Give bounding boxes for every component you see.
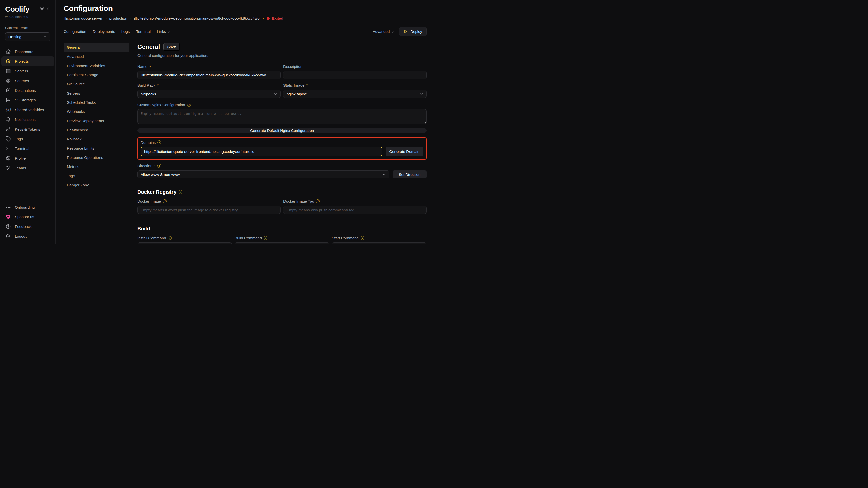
generate-nginx-button[interactable]: Generate Default Nginx Configuration — [137, 128, 427, 133]
sidebar-item-label: Shared Variables — [15, 107, 44, 112]
users-icon — [5, 165, 11, 170]
subnav-item-persistent-storage[interactable]: Persistent Storage — [64, 70, 129, 79]
docker-image-tag-label: Docker Image Tag — [283, 199, 314, 203]
sidebar-item-dashboard[interactable]: Dashboard — [1, 47, 54, 56]
sidebar-item-label: Terminal — [15, 147, 29, 151]
subnav-item-metrics[interactable]: Metrics — [64, 162, 129, 171]
sidebar-item-onboarding[interactable]: Onboarding — [1, 202, 54, 212]
sidebar-item-label: Sponsor us — [15, 215, 34, 219]
subnav-item-rollback[interactable]: Rollback — [64, 134, 129, 143]
tab-configuration[interactable]: Configuration — [64, 29, 86, 34]
subnav-item-resource-limits[interactable]: Resource Limits — [64, 143, 129, 153]
advanced-toggle[interactable]: Advanced — [373, 29, 395, 34]
info-icon: i — [316, 199, 320, 203]
sidebar: Coolify v4.0.0-beta.399 Current Team Hos… — [0, 0, 56, 244]
sidebar-item-label: Tags — [15, 137, 23, 141]
breadcrumb-project[interactable]: illicitonion quote server — [64, 16, 102, 21]
subnav-item-healthcheck[interactable]: Healthcheck — [64, 125, 129, 134]
description-input[interactable] — [283, 71, 427, 79]
info-icon: i — [187, 103, 191, 106]
static-image-select[interactable]: nginx:alpine — [283, 90, 427, 98]
sidebar-item-teams[interactable]: Teams — [1, 163, 54, 173]
install-command-input[interactable] — [137, 242, 232, 244]
sidebar-item-feedback[interactable]: Feedback — [1, 222, 54, 231]
subnav-item-tags[interactable]: Tags — [64, 171, 129, 180]
app-logo: Coolify — [5, 5, 29, 13]
subnav-item-advanced[interactable]: Advanced — [64, 52, 129, 61]
chevrons-up-down-icon — [167, 30, 170, 33]
tab-bar: Configuration Deployments Logs Terminal … — [64, 27, 427, 36]
tab-links[interactable]: Links — [157, 29, 170, 34]
required-asterisk: * — [149, 64, 151, 69]
chevron-right-icon: › — [130, 16, 131, 20]
info-icon: i — [157, 164, 161, 168]
breadcrumb-environment[interactable]: production — [110, 16, 127, 21]
team-select-value: Hosting — [8, 35, 22, 39]
build-pack-select[interactable]: Nixpacks — [137, 90, 281, 98]
docker-image-label: Docker Image — [137, 199, 161, 203]
subnav-item-scheduled-tasks[interactable]: Scheduled Tasks — [64, 98, 129, 107]
deploy-button[interactable]: Deploy — [399, 27, 427, 36]
section-title-general: General — [137, 43, 160, 51]
sidebar-item-terminal[interactable]: Terminal — [1, 143, 54, 153]
section-title-docker-registry: Docker Registry — [137, 189, 176, 195]
sidebar-item-s3-storages[interactable]: S3 Storages — [1, 95, 54, 105]
sidebar-nav: Dashboard Projects Servers Sources Desti… — [0, 47, 55, 173]
subnav-item-environment-variables[interactable]: Environment Variables — [64, 61, 129, 70]
sidebar-item-label: Destinations — [15, 88, 36, 93]
info-icon: i — [264, 236, 268, 240]
status-label: Exited — [272, 16, 283, 21]
subnav-item-servers[interactable]: Servers — [64, 89, 129, 98]
subnav-item-git-source[interactable]: Git Source — [64, 79, 129, 89]
tab-terminal[interactable]: Terminal — [136, 29, 151, 34]
nginx-config-label: Custom Nginx Configuration — [137, 102, 185, 107]
checklist-icon — [5, 204, 11, 210]
sidebar-item-keys-tokens[interactable]: Keys & Tokens — [1, 124, 54, 134]
name-input[interactable] — [137, 71, 281, 79]
sidebar-item-label: Sources — [15, 78, 29, 83]
sidebar-item-notifications[interactable]: Notifications — [1, 115, 54, 124]
logout-icon — [5, 233, 11, 239]
section-title-build: Build — [137, 226, 150, 232]
map-icon — [5, 88, 11, 93]
subnav-item-preview-deployments[interactable]: Preview Deployments — [64, 116, 129, 125]
direction-select[interactable]: Allow www & non-www. — [137, 170, 389, 178]
sidebar-item-logout[interactable]: Logout — [1, 231, 54, 241]
direction-label: Direction — [137, 164, 152, 168]
sidebar-item-label: Logout — [15, 234, 27, 238]
chevron-down-icon — [274, 92, 277, 96]
general-form: General Save General configuration for y… — [137, 42, 427, 244]
subnav-item-webhooks[interactable]: Webhooks — [64, 107, 129, 116]
generate-domain-button[interactable]: Generate Domain — [385, 147, 423, 156]
subnav-item-general[interactable]: General — [64, 42, 129, 52]
breadcrumb-application[interactable]: illicitestonion/-module--decomposition:m… — [134, 16, 260, 21]
description-label: Description — [283, 64, 302, 69]
sidebar-item-shared-variables[interactable]: (x) Shared Variables — [1, 105, 54, 115]
docker-image-tag-input[interactable] — [283, 206, 427, 214]
domains-input[interactable] — [141, 147, 382, 156]
team-select[interactable]: Hosting — [5, 32, 50, 41]
heart-icon — [5, 214, 11, 220]
sidebar-item-servers[interactable]: Servers — [1, 66, 54, 76]
docker-image-input[interactable] — [137, 206, 281, 214]
tab-deployments[interactable]: Deployments — [93, 29, 115, 34]
start-command-input[interactable] — [332, 242, 427, 244]
set-direction-button[interactable]: Set Direction — [393, 170, 427, 178]
nginx-config-textarea[interactable] — [137, 109, 427, 124]
static-image-value: nginx:alpine — [286, 92, 307, 96]
sidebar-item-profile[interactable]: Profile — [1, 153, 54, 163]
build-command-input[interactable] — [235, 242, 329, 244]
sidebar-item-label: S3 Storages — [15, 98, 36, 102]
sidebar-item-destinations[interactable]: Destinations — [1, 86, 54, 95]
subnav-item-resource-operations[interactable]: Resource Operations — [64, 153, 129, 162]
sidebar-item-tags[interactable]: Tags — [1, 134, 54, 143]
sidebar-item-sources[interactable]: Sources — [1, 76, 54, 86]
sidebar-item-sponsor-us[interactable]: Sponsor us — [1, 212, 54, 222]
collapse-chevrons-icon[interactable] — [47, 7, 50, 11]
save-button[interactable]: Save — [163, 42, 180, 51]
subnav-item-danger-zone[interactable]: Danger Zone — [64, 180, 129, 189]
theme-toggle-sun-icon[interactable] — [40, 7, 44, 11]
sidebar-item-label: Onboarding — [15, 205, 35, 209]
tab-logs[interactable]: Logs — [121, 29, 130, 34]
sidebar-item-projects[interactable]: Projects — [1, 56, 54, 66]
